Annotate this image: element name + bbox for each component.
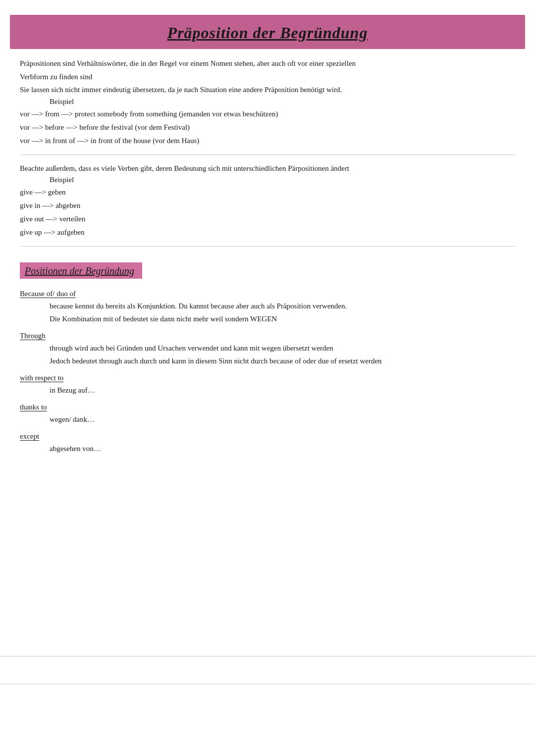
bottom-line-2 bbox=[0, 684, 535, 684]
intro-line1: Präpositionen sind Verhältniswörter, die… bbox=[20, 58, 515, 69]
main-content: Präpositionen sind Verhältniswörter, die… bbox=[0, 58, 535, 454]
beispiel-label-2: Beispiel bbox=[20, 176, 515, 184]
divider-2 bbox=[20, 246, 515, 247]
vor-example-0: vor —> from —> protect somebody from som… bbox=[20, 108, 515, 120]
give-examples: give —> geben give in —> abgeben give ou… bbox=[20, 186, 515, 238]
give-example-0: give —> geben bbox=[20, 186, 515, 198]
position-item-0: Because of/ duo of because kennst du ber… bbox=[20, 286, 515, 325]
give-example-1: give in —> abgeben bbox=[20, 200, 515, 211]
position-line-1-1: Jedoch bedeutet through auch durch und k… bbox=[20, 355, 515, 367]
position-line-0-1: Die Kombination mit of bedeutet sie dann… bbox=[20, 313, 515, 325]
intro-line2: Verbform zu finden sind bbox=[20, 71, 515, 83]
position-heading-2: with respect to bbox=[20, 374, 63, 382]
vor-example-1: vor —> before —> before the festival (vo… bbox=[20, 121, 515, 133]
beispiel-label-1: Beispiel bbox=[20, 98, 515, 106]
title-bar: Präposition der Begründung bbox=[10, 15, 525, 49]
vor-example-2: vor —> in front of —> in front of the ho… bbox=[20, 135, 515, 147]
position-line-4-0: abgesehen von… bbox=[20, 443, 515, 454]
position-line-0-0: because kennst du bereits als Konjunktio… bbox=[20, 300, 515, 312]
divider-1 bbox=[20, 154, 515, 155]
position-item-4: except abgesehen von… bbox=[20, 428, 515, 454]
page-title: Präposition der Begründung bbox=[30, 24, 505, 42]
vor-examples: vor —> from —> protect somebody from som… bbox=[20, 108, 515, 147]
position-line-2-0: in Bezug auf… bbox=[20, 384, 515, 396]
position-item-2: with respect to in Bezug auf… bbox=[20, 370, 515, 396]
position-heading-0: Because of/ duo of bbox=[20, 290, 76, 298]
position-item-3: thanks to wegen/ dank… bbox=[20, 399, 515, 425]
position-heading-4: except bbox=[20, 432, 39, 441]
give-example-2: give out —> verteilen bbox=[20, 213, 515, 225]
bottom-line-1 bbox=[0, 656, 535, 656]
section2-title: Positionen der Begründung bbox=[20, 262, 142, 279]
give-example-3: give up —> aufgeben bbox=[20, 226, 515, 238]
page-bottom-lines bbox=[0, 629, 535, 711]
position-item-1: Through through wird auch bei Gründen un… bbox=[20, 328, 515, 367]
positions-list: Because of/ duo of because kennst du ber… bbox=[20, 286, 515, 454]
position-heading-3: thanks to bbox=[20, 403, 47, 411]
intro-line3: Sie lassen sich nicht immer eindeutig üb… bbox=[20, 84, 515, 96]
page: Präposition der Begründung Präpositionen… bbox=[0, 15, 535, 756]
position-line-3-0: wegen/ dank… bbox=[20, 413, 515, 425]
position-line-1-0: through wird auch bei Gründen und Ursach… bbox=[20, 342, 515, 354]
beachte-text: Beachte außerdem, dass es viele Verben g… bbox=[20, 163, 515, 174]
position-heading-1: Through bbox=[20, 332, 46, 340]
